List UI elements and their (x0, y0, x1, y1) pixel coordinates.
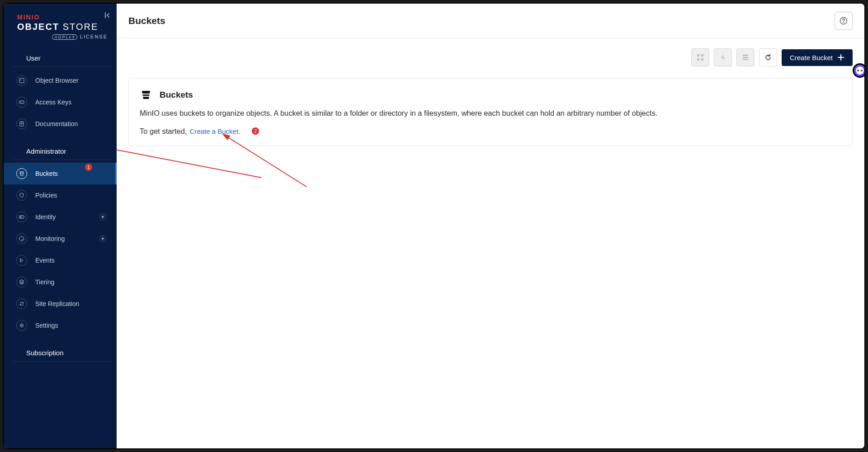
sidebar-item-settings[interactable]: Settings (4, 315, 117, 336)
assistant-bubble[interactable] (853, 63, 864, 78)
sidebar-section-admin: Administrator Buckets 1 Policies Identit… (4, 137, 117, 339)
assistant-face-icon (856, 66, 864, 75)
stack-icon (741, 53, 750, 61)
tiering-icon (16, 277, 27, 287)
grid-icon (696, 53, 704, 61)
info-card-body: MinIO uses buckets to organize objects. … (140, 108, 841, 119)
svg-point-3 (20, 102, 21, 103)
bucket-icon (16, 168, 27, 179)
svg-rect-21 (743, 59, 748, 60)
sidebar-item-label: Settings (35, 322, 58, 329)
help-button[interactable] (835, 12, 853, 30)
documentation-icon (16, 118, 27, 129)
chevron-down-icon: ▾ (99, 213, 107, 221)
page-title: Buckets (128, 15, 165, 26)
create-bucket-label: Create Bucket (790, 54, 833, 61)
access-keys-icon (16, 97, 27, 108)
svg-rect-17 (697, 58, 699, 61)
logo-brand: MINIO (17, 14, 108, 21)
policies-icon (16, 190, 27, 201)
bucket-large-icon (140, 89, 152, 101)
settings-icon (16, 320, 27, 331)
sidebar-item-tiering[interactable]: Tiering (4, 271, 117, 293)
grid-view-button (691, 48, 709, 66)
chevron-down-icon: ▾ (99, 235, 107, 243)
annotation-badge-2: 2 (252, 127, 259, 135)
logo-title: OBJECT STORE (17, 22, 108, 32)
info-card-header: Buckets (140, 89, 841, 101)
sidebar-item-buckets[interactable]: Buckets 1 (4, 163, 117, 184)
toolbar: Create Bucket (117, 38, 864, 69)
info-card-cta: To get started, Create a Bucket. 2 (140, 127, 841, 136)
content: Buckets MinIO uses buckets to organize o… (117, 69, 864, 155)
svg-rect-19 (743, 55, 748, 56)
sidebar-item-label: Policies (35, 192, 57, 199)
svg-rect-16 (701, 54, 703, 56)
logo: MINIO OBJECT STORE AGPLv3LICENSE (4, 4, 117, 44)
plus-icon (837, 54, 844, 61)
svg-rect-15 (697, 54, 699, 56)
object-browser-icon (16, 75, 27, 86)
svg-rect-23 (143, 96, 149, 97)
lightning-icon (719, 53, 727, 61)
svg-rect-2 (19, 101, 24, 104)
svg-rect-0 (19, 78, 24, 83)
refresh-icon (764, 53, 772, 61)
create-bucket-button[interactable]: Create Bucket (782, 49, 853, 66)
logo-license: AGPLv3LICENSE (17, 34, 108, 40)
collapse-icon (103, 12, 110, 19)
svg-point-1 (20, 80, 21, 80)
sidebar-item-label: Buckets (35, 170, 58, 177)
sidebar-section-subscription: Subscription (4, 339, 117, 367)
app-frame: MINIO OBJECT STORE AGPLv3LICENSE User Ob… (3, 3, 865, 449)
sidebar: MINIO OBJECT STORE AGPLv3LICENSE User Ob… (4, 4, 117, 448)
sidebar-item-label: Monitoring (35, 235, 65, 242)
identity-icon (16, 212, 27, 222)
sidebar-item-label: Identity (35, 213, 56, 221)
svg-point-9 (20, 217, 21, 217)
section-header-admin: Administrator (13, 140, 112, 160)
main: Buckets Create Bucket (117, 4, 864, 448)
sidebar-item-label: Site Replication (35, 300, 79, 307)
svg-rect-18 (701, 58, 703, 61)
replication-button (736, 48, 755, 66)
sidebar-item-events[interactable]: Events (4, 250, 117, 271)
svg-line-11 (22, 239, 23, 240)
sidebar-item-label: Events (35, 257, 55, 264)
monitoring-icon (16, 233, 27, 244)
sidebar-item-access-keys[interactable]: Access Keys (4, 91, 117, 113)
section-header-user: User (13, 47, 112, 67)
sidebar-item-monitoring[interactable]: Monitoring ▾ (4, 228, 117, 250)
sidebar-item-label: Access Keys (35, 99, 71, 106)
events-icon (16, 255, 27, 266)
sidebar-item-label: Tiering (35, 278, 54, 286)
refresh-button[interactable] (759, 48, 777, 66)
svg-point-14 (843, 22, 844, 23)
sidebar-section-user: User Object Browser Access Keys Document… (4, 44, 117, 137)
section-header-subscription: Subscription (13, 342, 112, 362)
help-icon (840, 17, 848, 25)
svg-line-24 (117, 144, 261, 178)
svg-point-12 (21, 325, 23, 326)
sidebar-item-label: Object Browser (35, 77, 79, 84)
sidebar-item-policies[interactable]: Policies (4, 184, 117, 206)
create-bucket-link[interactable]: Create a Bucket. (190, 127, 241, 135)
info-card-title: Buckets (160, 90, 193, 100)
collapse-sidebar-button[interactable] (101, 10, 112, 21)
lifecycle-button (714, 48, 732, 66)
svg-rect-22 (142, 94, 150, 94)
sidebar-item-documentation[interactable]: Documentation (4, 113, 117, 135)
topbar: Buckets (117, 4, 864, 38)
info-card: Buckets MinIO uses buckets to organize o… (128, 78, 853, 146)
sidebar-item-object-browser[interactable]: Object Browser (4, 70, 117, 91)
annotation-badge-1: 1 (85, 164, 92, 171)
sidebar-item-identity[interactable]: Identity ▾ (4, 206, 117, 228)
svg-rect-20 (743, 57, 748, 58)
sidebar-item-label: Documentation (35, 120, 78, 127)
cta-prefix: To get started, (140, 127, 187, 136)
site-replication-icon (16, 298, 27, 309)
sidebar-item-site-replication[interactable]: Site Replication (4, 293, 117, 315)
